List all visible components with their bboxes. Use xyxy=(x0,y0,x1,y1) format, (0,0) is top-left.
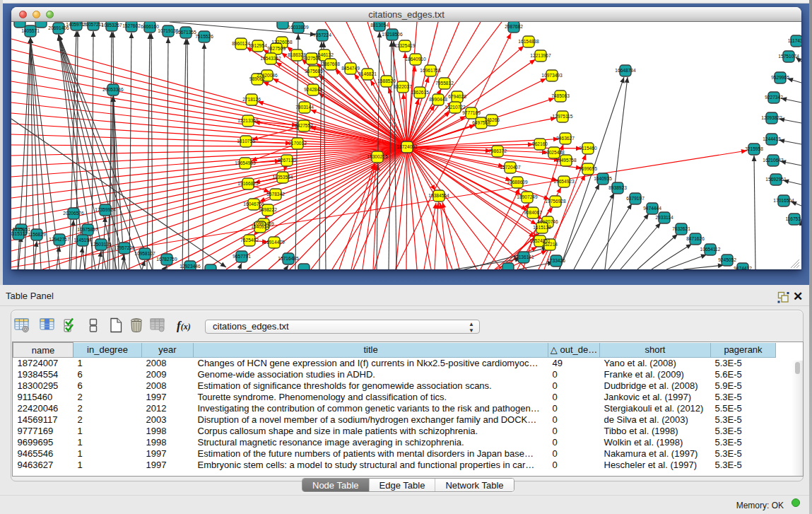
svg-text:19654983: 19654983 xyxy=(235,160,256,165)
svg-text:8813054: 8813054 xyxy=(370,23,389,28)
svg-text:12503135: 12503135 xyxy=(90,242,112,247)
svg-text:10654112: 10654112 xyxy=(700,247,721,252)
svg-text:20206576: 20206576 xyxy=(63,211,84,216)
svg-text:8471626: 8471626 xyxy=(686,236,705,241)
svg-text:8960124: 8960124 xyxy=(232,41,250,46)
svg-text:3675685: 3675685 xyxy=(305,69,323,74)
svg-text:12093822: 12093822 xyxy=(761,115,782,120)
svg-text:16782759: 16782759 xyxy=(156,257,177,262)
svg-text:16033809: 16033809 xyxy=(288,25,309,30)
svg-text:5578342: 5578342 xyxy=(266,192,285,197)
svg-text:8267130: 8267130 xyxy=(278,158,296,163)
svg-text:12942757: 12942757 xyxy=(49,237,70,242)
svg-text:15692951: 15692951 xyxy=(765,177,787,182)
svg-text:16961758: 16961758 xyxy=(420,68,441,73)
svg-text:12213967: 12213967 xyxy=(530,53,551,58)
svg-text:18907249: 18907249 xyxy=(517,194,538,199)
svg-text:9115460: 9115460 xyxy=(579,146,597,151)
svg-text:1546132: 1546132 xyxy=(315,52,334,57)
svg-text:10688609: 10688609 xyxy=(507,180,528,185)
svg-text:3215958: 3215958 xyxy=(745,146,763,151)
svg-text:9498222: 9498222 xyxy=(259,207,277,212)
svg-text:11353594: 11353594 xyxy=(273,175,293,180)
svg-text:19384554: 19384554 xyxy=(428,193,449,198)
svg-text:17957225: 17957225 xyxy=(114,245,135,250)
svg-text:10853267: 10853267 xyxy=(101,23,122,28)
svg-text:9474412: 9474412 xyxy=(734,266,752,269)
svg-text:17016504: 17016504 xyxy=(773,198,794,203)
svg-text:1156829: 1156829 xyxy=(28,232,46,237)
svg-text:9242848: 9242848 xyxy=(304,87,322,92)
svg-text:1362615: 1362615 xyxy=(411,90,429,95)
svg-text:13226058: 13226058 xyxy=(271,40,293,45)
svg-text:2933114: 2933114 xyxy=(655,215,673,220)
svg-text:962160: 962160 xyxy=(532,141,548,146)
svg-text:16914479: 16914479 xyxy=(264,240,285,245)
svg-text:10973493: 10973493 xyxy=(541,73,563,78)
svg-text:9084067: 9084067 xyxy=(524,210,542,215)
svg-text:9463627: 9463627 xyxy=(556,136,575,141)
svg-text:1810755: 1810755 xyxy=(237,139,255,144)
svg-text:9245052: 9245052 xyxy=(718,257,736,262)
svg-text:18640910: 18640910 xyxy=(405,57,426,62)
svg-text:14136141: 14136141 xyxy=(513,255,534,259)
svg-text:1244415: 1244415 xyxy=(763,136,781,141)
svg-text:19495758: 19495758 xyxy=(555,158,577,163)
svg-text:19654923: 19654923 xyxy=(553,179,575,184)
svg-text:8990448: 8990448 xyxy=(429,97,447,102)
svg-text:1733426: 1733426 xyxy=(547,258,565,263)
svg-text:10025438: 10025438 xyxy=(543,150,565,155)
svg-text:1640935: 1640935 xyxy=(594,176,612,181)
svg-text:15720407: 15720407 xyxy=(500,165,521,170)
svg-text:2087682: 2087682 xyxy=(505,24,523,29)
svg-text:7632621: 7632621 xyxy=(672,226,690,231)
svg-text:6794028: 6794028 xyxy=(448,94,466,99)
svg-text:7625402: 7625402 xyxy=(240,238,259,243)
svg-text:16046766: 16046766 xyxy=(243,201,264,206)
svg-text:16648784: 16648784 xyxy=(615,68,636,73)
svg-text:2170012: 2170012 xyxy=(288,141,307,146)
svg-text:8454749: 8454749 xyxy=(341,66,360,71)
svg-text:10975857: 10975857 xyxy=(77,227,98,232)
svg-text:6379197: 6379197 xyxy=(626,196,645,201)
svg-text:16154838: 16154838 xyxy=(518,39,539,44)
svg-text:16210643: 16210643 xyxy=(763,158,784,163)
svg-text:18724007: 18724007 xyxy=(396,144,418,149)
svg-text:15300215: 15300215 xyxy=(367,154,388,159)
svg-text:10958107: 10958107 xyxy=(134,251,155,256)
svg-text:16543362: 16543362 xyxy=(260,56,281,61)
svg-text:19166825: 19166825 xyxy=(237,181,259,186)
svg-text:8912954: 8912954 xyxy=(249,43,267,48)
svg-text:6466160: 6466160 xyxy=(141,24,159,29)
svg-text:746266: 746266 xyxy=(484,117,500,122)
svg-text:1117433: 1117433 xyxy=(788,38,801,43)
svg-text:8938923: 8938923 xyxy=(608,185,627,190)
svg-text:989062: 989062 xyxy=(249,76,265,81)
svg-text:8427552: 8427552 xyxy=(295,123,313,128)
svg-text:1615132: 1615132 xyxy=(533,225,551,230)
svg-text:15751074: 15751074 xyxy=(778,54,799,59)
svg-text:12213369: 12213369 xyxy=(237,118,259,123)
svg-text:9699695: 9699695 xyxy=(579,166,597,171)
svg-text:16671355: 16671355 xyxy=(175,30,196,35)
svg-text:7357224: 7357224 xyxy=(313,33,331,37)
svg-text:7515526: 7515526 xyxy=(195,34,213,39)
svg-text:252214: 252214 xyxy=(542,242,558,247)
svg-text:15716485: 15716485 xyxy=(278,256,299,261)
svg-text:1145194: 1145194 xyxy=(73,238,92,243)
svg-text:17359924: 17359924 xyxy=(95,207,116,212)
svg-text:7485063: 7485063 xyxy=(551,93,570,98)
svg-text:12975115: 12975115 xyxy=(553,114,573,119)
svg-text:1588520: 1588520 xyxy=(377,78,396,83)
svg-text:9777169: 9777169 xyxy=(462,110,481,115)
svg-text:1405571: 1405571 xyxy=(21,28,40,33)
svg-text:1167534: 1167534 xyxy=(785,216,801,221)
svg-text:9657791: 9657791 xyxy=(233,254,251,259)
svg-text:1527602: 1527602 xyxy=(122,23,141,28)
svg-text:9227342: 9227342 xyxy=(765,95,783,100)
svg-text:7955812: 7955812 xyxy=(435,81,454,86)
svg-text:16210722: 16210722 xyxy=(445,105,466,110)
svg-text:9529965: 9529965 xyxy=(771,75,789,80)
svg-text:19218506: 19218506 xyxy=(382,32,403,37)
svg-text:7986372: 7986372 xyxy=(488,148,507,153)
